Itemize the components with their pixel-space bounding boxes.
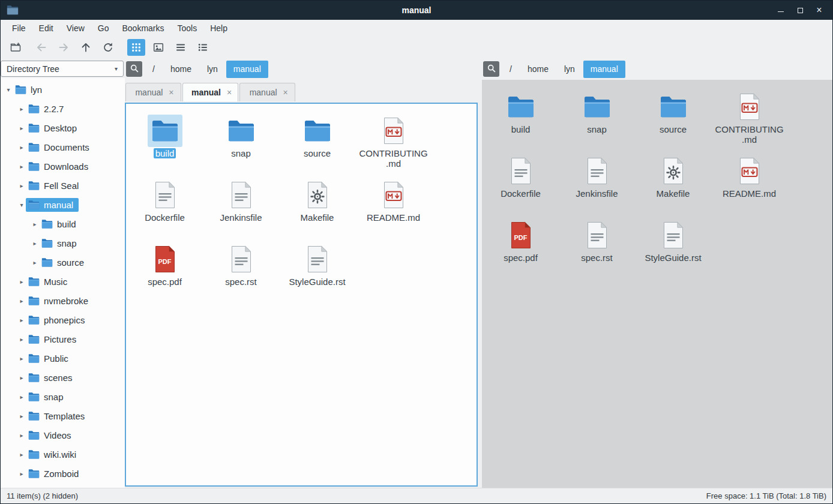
caret-collapsed-icon[interactable]: ▸ xyxy=(17,413,26,419)
file-item-Dockerfile[interactable]: Dockerfile xyxy=(127,174,203,238)
tree-item-Zomboid[interactable]: ▸Zomboid xyxy=(1,464,125,483)
tab-2[interactable]: manual× xyxy=(182,83,238,101)
tree-item-Downloads[interactable]: ▸Downloads xyxy=(1,157,125,176)
tree-item-snap[interactable]: ▸snap xyxy=(1,387,125,406)
caret-collapsed-icon[interactable]: ▸ xyxy=(17,317,26,323)
tree-item-build[interactable]: ▸build xyxy=(1,214,125,233)
menu-view[interactable]: View xyxy=(60,21,91,35)
close-icon[interactable]: × xyxy=(169,88,173,97)
file-item-spec.pdf[interactable]: PDFspec.pdf xyxy=(483,214,559,278)
file-item-Dockerfile[interactable]: Dockerfile xyxy=(483,150,559,214)
caret-expanded-icon[interactable]: ▾ xyxy=(17,202,26,208)
menu-file[interactable]: File xyxy=(5,21,32,35)
file-item-spec.rst[interactable]: spec.rst xyxy=(203,238,279,302)
file-item-CONTRIBUTING.md[interactable]: CONTRIBUTING.md xyxy=(711,86,787,150)
caret-expanded-icon[interactable]: ▾ xyxy=(4,86,13,93)
tree-item-lyn[interactable]: ▾lyn xyxy=(1,80,125,99)
path-segment-home[interactable]: home xyxy=(163,61,199,78)
caret-collapsed-icon[interactable]: ▸ xyxy=(17,298,26,304)
tree-item-wiki.wiki[interactable]: ▸wiki.wiki xyxy=(1,445,125,464)
close-icon[interactable]: × xyxy=(227,88,232,97)
file-item-snap[interactable]: snap xyxy=(203,110,279,174)
path-segment-lyn[interactable]: lyn xyxy=(200,61,225,78)
file-view-right[interactable]: buildsnapsourceCONTRIBUTING.mdDockerfile… xyxy=(482,80,832,488)
file-item-README.md[interactable]: README.md xyxy=(711,150,787,214)
caret-collapsed-icon[interactable]: ▸ xyxy=(17,451,26,458)
file-item-source[interactable]: source xyxy=(279,110,355,174)
caret-collapsed-icon[interactable]: ▸ xyxy=(17,106,26,112)
menu-edit[interactable]: Edit xyxy=(32,21,60,35)
tree-item-phonepics[interactable]: ▸phonepics xyxy=(1,310,125,329)
path-search-button[interactable] xyxy=(483,61,499,77)
tree-item-Music[interactable]: ▸Music xyxy=(1,272,125,291)
caret-collapsed-icon[interactable]: ▸ xyxy=(17,374,26,381)
maximize-button[interactable] xyxy=(793,4,807,17)
menu-tools[interactable]: Tools xyxy=(171,21,204,35)
toolbar-back-button[interactable] xyxy=(32,39,50,56)
tree-item-nvmebroke[interactable]: ▸nvmebroke xyxy=(1,291,125,310)
path-segment-lyn[interactable]: lyn xyxy=(557,61,582,78)
tree-item-Fell Seal[interactable]: ▸Fell Seal xyxy=(1,176,125,195)
tree-item-source[interactable]: ▸source xyxy=(1,253,125,272)
tree-item-Templates[interactable]: ▸Templates xyxy=(1,406,125,425)
tree-item-Pictures[interactable]: ▸Pictures xyxy=(1,329,125,349)
file-item-build[interactable]: build xyxy=(127,110,203,174)
path-segment-/[interactable]: / xyxy=(502,61,519,78)
caret-collapsed-icon[interactable]: ▸ xyxy=(17,355,26,362)
path-segment-manual[interactable]: manual xyxy=(583,61,625,78)
caret-collapsed-icon[interactable]: ▸ xyxy=(17,163,26,170)
path-segment-home[interactable]: home xyxy=(520,61,556,78)
tree-item-Desktop[interactable]: ▸Desktop xyxy=(1,118,125,137)
close-button[interactable]: × xyxy=(812,4,826,17)
tree-item-Public[interactable]: ▸Public xyxy=(1,349,125,368)
toolbar-forward-button[interactable] xyxy=(55,39,73,56)
caret-collapsed-icon[interactable]: ▸ xyxy=(17,182,26,189)
pane-splitter[interactable] xyxy=(478,58,482,488)
file-view-left[interactable]: buildsnapsourceCONTRIBUTING.mdDockerfile… xyxy=(125,103,478,487)
toolbar-thumbnail-view-button[interactable] xyxy=(149,39,167,56)
toolbar-compact-view-button[interactable] xyxy=(172,39,190,56)
menu-help[interactable]: Help xyxy=(203,21,234,35)
tab-3[interactable]: manual× xyxy=(239,83,295,101)
caret-collapsed-icon[interactable]: ▸ xyxy=(31,259,39,266)
caret-collapsed-icon[interactable]: ▸ xyxy=(17,125,26,131)
close-icon[interactable]: × xyxy=(283,88,288,97)
caret-collapsed-icon[interactable]: ▸ xyxy=(17,144,26,151)
tree-item-Documents[interactable]: ▸Documents xyxy=(1,137,125,157)
toolbar-up-button[interactable] xyxy=(77,39,95,56)
caret-collapsed-icon[interactable]: ▸ xyxy=(17,336,26,343)
file-item-snap[interactable]: snap xyxy=(559,86,635,150)
file-item-source[interactable]: source xyxy=(635,86,711,150)
sidebar-mode-select[interactable]: Directory Tree ▾ xyxy=(1,61,124,77)
toolbar-reload-button[interactable] xyxy=(99,39,117,56)
caret-collapsed-icon[interactable]: ▸ xyxy=(17,470,26,477)
file-item-Makefile[interactable]: Makefile xyxy=(635,150,711,214)
menu-bookmarks[interactable]: Bookmarks xyxy=(115,21,170,35)
file-item-build[interactable]: build xyxy=(483,86,559,150)
file-item-spec.pdf[interactable]: PDFspec.pdf xyxy=(127,238,203,302)
file-item-Jenkinsfile[interactable]: Jenkinsfile xyxy=(559,150,635,214)
file-item-Jenkinsfile[interactable]: Jenkinsfile xyxy=(203,174,279,238)
path-segment-/[interactable]: / xyxy=(145,61,162,78)
toolbar-detailed-view-button[interactable] xyxy=(194,39,212,56)
file-item-StyleGuide.rst[interactable]: StyleGuide.rst xyxy=(635,214,711,278)
caret-collapsed-icon[interactable]: ▸ xyxy=(31,221,39,227)
toolbar-new-tab-button[interactable] xyxy=(7,39,25,56)
file-item-README.md[interactable]: README.md xyxy=(355,174,432,238)
caret-collapsed-icon[interactable]: ▸ xyxy=(17,432,26,439)
toolbar-icon-view-button[interactable] xyxy=(127,39,145,56)
file-item-spec.rst[interactable]: spec.rst xyxy=(559,214,635,278)
tree-item-manual[interactable]: ▾manual xyxy=(1,195,125,214)
caret-collapsed-icon[interactable]: ▸ xyxy=(17,394,26,400)
minimize-button[interactable] xyxy=(774,4,788,17)
file-item-Makefile[interactable]: Makefile xyxy=(279,174,355,238)
path-segment-manual[interactable]: manual xyxy=(226,61,268,78)
menu-go[interactable]: Go xyxy=(91,21,116,35)
tree-item-Videos[interactable]: ▸Videos xyxy=(1,425,125,445)
tree-item-scenes[interactable]: ▸scenes xyxy=(1,368,125,387)
tree-item-snap[interactable]: ▸snap xyxy=(1,233,125,253)
caret-collapsed-icon[interactable]: ▸ xyxy=(31,240,39,247)
file-item-CONTRIBUTING.md[interactable]: CONTRIBUTING.md xyxy=(355,110,432,174)
file-item-StyleGuide.rst[interactable]: StyleGuide.rst xyxy=(279,238,355,302)
tab-1[interactable]: manual× xyxy=(125,83,181,101)
